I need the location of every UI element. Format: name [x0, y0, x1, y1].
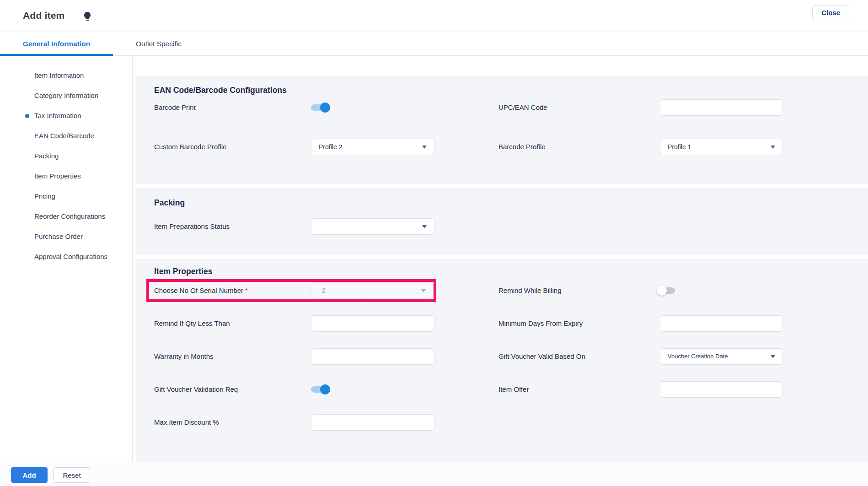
remind-while-billing-label: Remind While Billing	[498, 282, 562, 299]
remind-if-qty-label: Remind If Qty Less Than	[154, 315, 230, 332]
warranty-months-label: Warranty in Months	[154, 348, 214, 365]
chevron-down-icon	[422, 225, 427, 228]
upc-ean-code-input[interactable]	[660, 99, 783, 116]
upc-ean-code-label: UPC/EAN Code	[498, 99, 547, 116]
section-packing: Packing Item Preparations Status	[136, 188, 868, 255]
serial-number-value: 2	[322, 283, 326, 298]
gift-voucher-valid-dropdown[interactable]: Voucher Creation Date	[660, 348, 783, 365]
section-sidebar: Item Information Category Information Ta…	[0, 56, 133, 462]
min-days-expiry-input[interactable]	[660, 315, 783, 332]
sidebar-item-ean-code-barcode[interactable]: EAN Code/Barcode	[0, 126, 132, 146]
page-title: Add item	[23, 10, 64, 21]
custom-barcode-profile-value: Profile 2	[319, 139, 342, 155]
warranty-months-input[interactable]	[311, 348, 434, 365]
item-offer-label: Item Offer	[498, 381, 529, 398]
required-asterisk: *	[245, 286, 248, 294]
gift-voucher-validation-toggle[interactable]	[311, 384, 329, 395]
chevron-down-icon	[771, 355, 775, 358]
barcode-profile-dropdown[interactable]: Profile 1	[660, 139, 783, 155]
chevron-down-icon	[421, 289, 426, 292]
sidebar-item-item-information[interactable]: Item Information	[0, 65, 132, 86]
min-days-expiry-label: Minimum Days From Expiry	[498, 315, 583, 332]
barcode-profile-label: Barcode Profile	[498, 139, 546, 155]
sidebar-item-pricing[interactable]: Pricing	[0, 186, 132, 206]
sidebar-item-packing[interactable]: Packing	[0, 146, 132, 166]
custom-barcode-profile-dropdown[interactable]: Profile 2	[311, 139, 434, 155]
item-preparations-status-label: Item Preparations Status	[154, 218, 230, 235]
add-item-page: Add item Close General Information Outle…	[0, 0, 868, 486]
max-item-discount-input[interactable]	[311, 414, 434, 431]
toggle-thumb	[657, 286, 667, 296]
add-button[interactable]: Add	[11, 467, 48, 483]
serial-number-highlight-box: Choose No Of Serial Number* 2	[146, 279, 436, 302]
reset-button[interactable]: Reset	[54, 467, 90, 483]
chevron-down-icon	[771, 146, 775, 149]
custom-barcode-profile-label: Custom Barcode Profile	[154, 139, 226, 155]
remind-if-qty-input[interactable]	[311, 315, 434, 332]
page-header: Add item Close	[0, 0, 868, 32]
barcode-profile-value: Profile 1	[668, 139, 691, 155]
sidebar-item-approval-configurations[interactable]: Approval Configurations	[0, 247, 132, 267]
section-item-properties: Item Properties Choose No Of Serial Numb…	[136, 259, 868, 462]
barcode-print-toggle[interactable]	[311, 102, 329, 113]
lightbulb-icon[interactable]	[84, 11, 91, 22]
tab-bar: General Information Outlet Specific	[0, 32, 868, 56]
sidebar-item-reorder-configurations[interactable]: Reorder Configurations	[0, 206, 132, 227]
serial-number-label-text: Choose No Of Serial Number	[154, 286, 243, 294]
footer-bar: Add Reset	[0, 462, 868, 486]
section-title-ean: EAN Code/Barcode Configurations	[154, 86, 287, 95]
close-button[interactable]: Close	[812, 5, 849, 20]
tab-general-information[interactable]: General Information	[0, 32, 113, 56]
gift-voucher-valid-label: Gift Voucher Valid Based On	[498, 348, 585, 365]
item-offer-input[interactable]	[660, 381, 783, 398]
section-ean-barcode-configurations: EAN Code/Barcode Configurations Barcode …	[136, 76, 868, 184]
gift-voucher-valid-value: Voucher Creation Date	[668, 349, 728, 364]
serial-number-label: Choose No Of Serial Number*	[154, 282, 248, 299]
serial-number-dropdown[interactable]: 2	[311, 282, 434, 298]
max-item-discount-label: Max.Item Discount %	[154, 414, 219, 431]
gift-voucher-validation-label: Gift Voucher Validation Req	[154, 381, 238, 398]
barcode-print-label: Barcode Print	[154, 99, 196, 116]
tab-outlet-specific[interactable]: Outlet Specific	[136, 32, 182, 56]
toggle-thumb	[320, 384, 330, 394]
chevron-down-icon	[422, 146, 427, 149]
toggle-thumb	[320, 103, 330, 113]
item-preparations-status-dropdown[interactable]	[311, 218, 434, 235]
section-title-item-properties: Item Properties	[154, 267, 212, 276]
section-title-packing: Packing	[154, 198, 185, 208]
remind-while-billing-toggle[interactable]	[658, 285, 676, 296]
sidebar-item-tax-information[interactable]: Tax Information	[0, 106, 132, 126]
sidebar-list: Item Information Category Information Ta…	[0, 56, 132, 267]
sidebar-item-purchase-order[interactable]: Purchase Order	[0, 227, 132, 247]
sidebar-item-item-properties[interactable]: Item Properties	[0, 166, 132, 186]
sidebar-item-category-information[interactable]: Category Information	[0, 86, 132, 106]
